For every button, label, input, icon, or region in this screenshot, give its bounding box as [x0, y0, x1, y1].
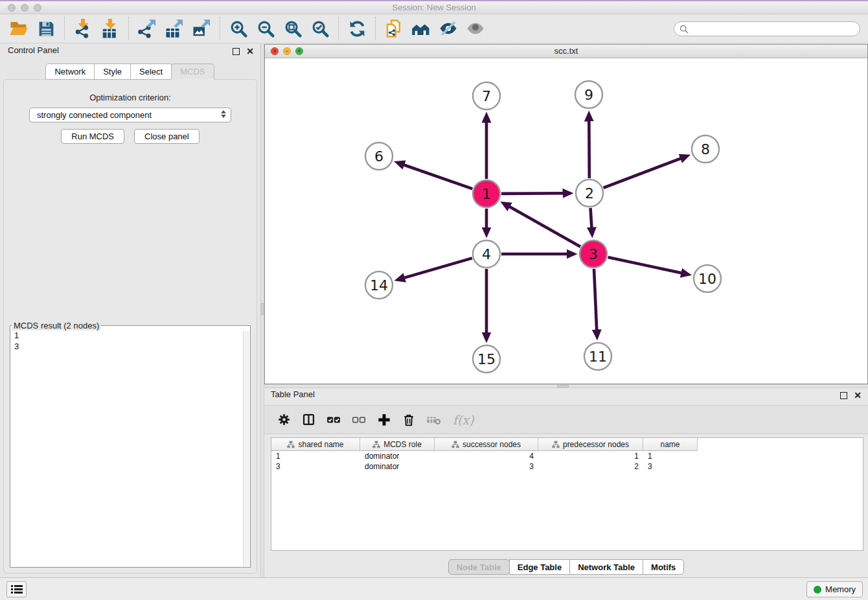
- edge-4-14[interactable]: [404, 258, 472, 277]
- mcds-result-item[interactable]: 3: [10, 341, 250, 352]
- tab-node-table[interactable]: Node Table: [448, 559, 510, 575]
- criterion-dropdown[interactable]: strongly connected component: [29, 108, 231, 122]
- tab-mcds[interactable]: MCDS: [171, 63, 214, 80]
- cell-shared-name[interactable]: 1: [271, 452, 360, 461]
- cell-predecessor-nodes[interactable]: 2: [538, 462, 643, 471]
- task-history-button[interactable]: [6, 581, 27, 597]
- cell-predecessor-nodes[interactable]: 1: [538, 452, 643, 461]
- function-fx-icon: f(x): [453, 413, 474, 427]
- close-panel-button[interactable]: Close panel: [134, 129, 200, 144]
- tab-edge-table[interactable]: Edge Table: [509, 559, 570, 575]
- export-image-icon[interactable]: [188, 17, 215, 40]
- tab-network[interactable]: Network: [45, 63, 95, 80]
- float-panel-icon[interactable]: [233, 48, 240, 55]
- deselect-checks-icon[interactable]: [352, 414, 366, 426]
- edge-1-2[interactable]: [501, 193, 563, 194]
- tab-select[interactable]: Select: [130, 63, 172, 80]
- node-8[interactable]: 8: [692, 135, 719, 163]
- export-table-icon[interactable]: [161, 17, 188, 40]
- add-column-icon[interactable]: [377, 413, 391, 427]
- edge-2-9[interactable]: [589, 121, 589, 178]
- zoom-out-icon[interactable]: [252, 17, 279, 40]
- zoom-fit-icon[interactable]: [279, 17, 306, 40]
- save-session-icon[interactable]: [32, 17, 60, 40]
- memory-button[interactable]: Memory: [806, 581, 863, 597]
- edge-1-6[interactable]: [404, 165, 473, 189]
- table-row-0[interactable]: 1dominator411: [271, 451, 863, 461]
- edge-3-11[interactable]: [594, 269, 597, 330]
- cell-successor-nodes[interactable]: 4: [435, 452, 538, 461]
- result-scrollbar[interactable]: [243, 331, 249, 566]
- copy-view-icon[interactable]: [380, 17, 407, 40]
- node-1[interactable]: 1: [473, 180, 500, 207]
- column-header-MCDS-role[interactable]: MCDS role: [360, 438, 435, 451]
- node-11[interactable]: 11: [584, 343, 611, 370]
- export-network-icon[interactable]: [133, 17, 161, 40]
- close-panel-icon[interactable]: ✕: [246, 48, 254, 55]
- tab-network-table[interactable]: Network Table: [569, 559, 643, 575]
- edge-3-1[interactable]: [510, 207, 580, 247]
- network-graph: 7968124314101511: [265, 58, 867, 384]
- zoom-selected-icon[interactable]: [306, 17, 334, 40]
- show-eye-icon[interactable]: [462, 17, 489, 40]
- node-3[interactable]: 3: [580, 240, 607, 268]
- network-window-title: scc.txt: [265, 45, 867, 58]
- network-minimize-button[interactable]: −: [283, 47, 291, 55]
- cell-MCDS-role[interactable]: dominator: [360, 462, 435, 471]
- mcds-result-list: 13: [10, 330, 250, 352]
- table-row-1[interactable]: 3dominator323: [271, 461, 863, 472]
- column-header-name[interactable]: name: [643, 438, 698, 451]
- close-window-button[interactable]: [8, 4, 16, 12]
- refresh-view-icon[interactable]: [343, 17, 371, 40]
- cell-successor-nodes[interactable]: 3: [435, 462, 538, 471]
- table-panel-header: Table Panel ✕: [264, 388, 868, 404]
- minimize-window-button[interactable]: [21, 4, 29, 12]
- tab-style[interactable]: Style: [94, 63, 131, 80]
- maximize-window-button[interactable]: [34, 4, 41, 12]
- column-header-successor-nodes[interactable]: successor nodes: [435, 438, 538, 451]
- column-header-shared-name[interactable]: shared name: [271, 438, 360, 451]
- network-maximize-button[interactable]: +: [295, 47, 303, 55]
- control-panel-title: Control Panel: [0, 41, 59, 55]
- cell-name[interactable]: 1: [643, 452, 698, 461]
- split-columns-icon[interactable]: [302, 413, 315, 426]
- tab-motifs[interactable]: Motifs: [643, 559, 684, 575]
- edge-3-10[interactable]: [608, 257, 681, 273]
- run-mcds-button[interactable]: Run MCDS: [61, 129, 124, 144]
- delete-column-icon[interactable]: [402, 413, 415, 427]
- table-body: 1dominator4113dominator323: [271, 451, 863, 472]
- open-session-icon[interactable]: [5, 17, 32, 40]
- home-view-icon[interactable]: [407, 17, 435, 40]
- select-checks-icon[interactable]: [326, 414, 341, 426]
- import-table-icon[interactable]: [97, 17, 124, 40]
- cell-MCDS-role[interactable]: dominator: [360, 452, 435, 461]
- table-toolbar: f(x): [264, 405, 868, 434]
- settings-gear-icon[interactable]: [277, 413, 291, 426]
- svg-text:9: 9: [584, 87, 593, 103]
- network-canvas[interactable]: 7968124314101511: [265, 58, 867, 384]
- hide-eye-icon[interactable]: [435, 17, 462, 40]
- cell-shared-name[interactable]: 3: [271, 462, 360, 471]
- node-9[interactable]: 9: [575, 81, 602, 108]
- node-15[interactable]: 15: [473, 345, 500, 373]
- node-10[interactable]: 10: [694, 265, 721, 292]
- edge-2-3[interactable]: [591, 208, 592, 227]
- import-network-icon[interactable]: [69, 17, 97, 40]
- network-window: × − + scc.txt 7968124314101511: [264, 44, 868, 384]
- close-table-panel-icon[interactable]: ✕: [854, 392, 862, 399]
- column-header-predecessor-nodes[interactable]: predecessor nodes: [538, 438, 643, 451]
- search-input[interactable]: [674, 21, 860, 36]
- svg-text:6: 6: [374, 148, 383, 165]
- edge-2-8[interactable]: [604, 159, 681, 188]
- mcds-result-item[interactable]: 1: [10, 330, 250, 341]
- cell-name[interactable]: 3: [643, 462, 698, 471]
- node-4[interactable]: 4: [473, 240, 500, 268]
- toolbar-separator: [128, 17, 129, 40]
- network-close-button[interactable]: ×: [271, 47, 279, 55]
- node-2[interactable]: 2: [576, 179, 603, 207]
- node-7[interactable]: 7: [473, 82, 500, 110]
- float-table-panel-icon[interactable]: [840, 392, 847, 399]
- zoom-in-icon[interactable]: [225, 17, 252, 40]
- node-14[interactable]: 14: [365, 271, 393, 299]
- node-6[interactable]: 6: [365, 143, 393, 170]
